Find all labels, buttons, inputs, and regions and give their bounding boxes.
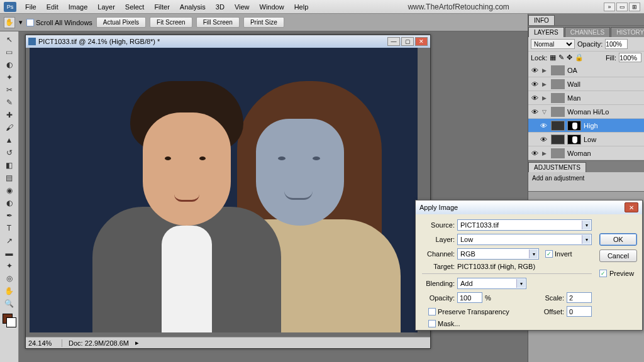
crop-tool-icon[interactable]: ✂ <box>2 84 17 96</box>
close-icon[interactable]: ✕ <box>415 37 428 46</box>
opacity-input[interactable] <box>605 39 628 49</box>
canvas[interactable] <box>30 48 418 332</box>
layer-name[interactable]: Woman Hi/Lo <box>567 108 609 116</box>
status-arrow-icon[interactable]: ▸ <box>135 339 139 347</box>
type-tool-icon[interactable]: T <box>2 222 17 234</box>
layer-name[interactable]: OA <box>567 67 577 74</box>
pen-tool-icon[interactable]: ✒ <box>2 209 17 221</box>
fill-label: Fill: <box>606 54 616 62</box>
source-select[interactable]: PICT1033.tif▾ <box>457 219 592 231</box>
minimize-icon[interactable]: — <box>387 37 400 46</box>
menu-edit[interactable]: Edit <box>42 3 64 11</box>
lock-all-icon[interactable]: 🔒 <box>575 53 584 62</box>
eraser-tool-icon[interactable]: ◧ <box>2 159 17 171</box>
print-size-button[interactable]: Print Size <box>243 17 284 28</box>
screenmode-icon[interactable]: ▭ <box>616 3 628 11</box>
adjustments-tab[interactable]: ADJUSTMENTS <box>528 162 586 172</box>
channels-tab[interactable]: CHANNELS <box>565 27 610 37</box>
fill-screen-button[interactable]: Fill Screen <box>196 17 240 28</box>
stamp-tool-icon[interactable]: ▲ <box>2 134 17 146</box>
document-titlebar[interactable]: PICT1033.tif @ 24.1% (High, RGB/8*) * — … <box>26 35 430 48</box>
hand-tool-icon[interactable]: ✋ <box>4 17 15 28</box>
actual-pixels-button[interactable]: Actual Pixels <box>96 17 146 28</box>
preserve-transparency-checkbox[interactable]: Preserve Transparency <box>428 308 509 315</box>
visibility-icon[interactable]: 👁 <box>530 94 540 102</box>
mask-thumb-icon[interactable] <box>567 121 581 131</box>
lock-transparent-icon[interactable]: ▦ <box>550 53 556 62</box>
lock-pixels-icon[interactable]: ✎ <box>558 53 564 62</box>
layer-thumb-icon[interactable] <box>551 121 565 131</box>
history-tab[interactable]: HISTORY <box>611 27 644 37</box>
visibility-icon[interactable]: 👁 <box>538 122 548 129</box>
maximize-icon[interactable]: ▢ <box>401 37 414 46</box>
visibility-icon[interactable]: 👁 <box>530 67 540 74</box>
lock-position-icon[interactable]: ✥ <box>567 53 572 62</box>
cancel-button[interactable]: Cancel <box>599 250 637 262</box>
blur-tool-icon[interactable]: ◉ <box>2 184 17 196</box>
visibility-icon[interactable]: 👁 <box>530 80 540 88</box>
hand-tool2-icon[interactable]: ✋ <box>2 285 17 297</box>
path-tool-icon[interactable]: ↗ <box>2 234 17 246</box>
zoom-value[interactable]: 24.14% <box>28 339 62 347</box>
color-swatch[interactable] <box>3 314 16 327</box>
marquee-tool-icon[interactable]: ▭ <box>2 46 17 58</box>
invert-checkbox[interactable]: ✓Invert <box>545 250 572 258</box>
visibility-icon[interactable]: 👁 <box>538 136 548 143</box>
blend-mode-select[interactable]: Normal <box>531 39 575 49</box>
menu-view[interactable]: View <box>230 3 255 11</box>
percent-label: % <box>485 294 491 302</box>
visibility-icon[interactable]: 👁 <box>530 108 540 116</box>
menu-analysis[interactable]: Analysis <box>175 3 211 11</box>
dialog-titlebar[interactable]: Apply Image ✕ <box>416 200 642 214</box>
menu-image[interactable]: Image <box>64 3 93 11</box>
menu-select[interactable]: Select <box>120 3 150 11</box>
menu-help[interactable]: Help <box>289 3 314 11</box>
mask-checkbox[interactable]: Mask... <box>428 320 460 327</box>
menu-filter[interactable]: Filter <box>149 3 174 11</box>
layer-name[interactable]: Woman <box>567 150 591 157</box>
layer-row-selected: 👁High <box>528 119 644 133</box>
mask-thumb-icon[interactable] <box>567 134 581 145</box>
info-tab[interactable]: INFO <box>528 15 555 25</box>
camera-tool-icon[interactable]: ◎ <box>2 272 17 284</box>
offset-input[interactable] <box>567 306 592 317</box>
layer-name[interactable]: High <box>584 122 598 129</box>
chevrons-icon[interactable]: » <box>604 3 615 11</box>
quick-select-tool-icon[interactable]: ✦ <box>2 71 17 83</box>
layer-thumb-icon[interactable] <box>551 134 565 145</box>
healing-tool-icon[interactable]: ✚ <box>2 109 17 121</box>
dialog-opacity-input[interactable] <box>457 292 482 303</box>
workspace-switch-icon[interactable]: ⊞ <box>629 3 640 11</box>
shape-tool-icon[interactable]: ▬ <box>2 247 17 259</box>
lasso-tool-icon[interactable]: ◐ <box>2 58 17 70</box>
blending-select[interactable]: Add▾ <box>457 278 526 289</box>
preview-checkbox[interactable]: ✓Preview <box>599 270 637 277</box>
blending-label: Blending: <box>422 280 455 287</box>
fit-screen-button[interactable]: Fit Screen <box>150 17 192 28</box>
dodge-tool-icon[interactable]: ◐ <box>2 197 17 209</box>
layer-name[interactable]: Man <box>567 94 580 102</box>
layer-select[interactable]: Low▾ <box>457 234 592 245</box>
3d-tool-icon[interactable]: ✦ <box>2 260 17 272</box>
scroll-all-windows-checkbox[interactable]: Scroll All Windows <box>26 19 92 26</box>
channel-select[interactable]: RGB▾ <box>457 248 539 260</box>
fill-input[interactable] <box>619 53 641 62</box>
history-brush-tool-icon[interactable]: ↺ <box>2 146 17 158</box>
layer-name[interactable]: Wall <box>567 80 580 88</box>
ok-button[interactable]: OK <box>599 233 637 246</box>
zoom-tool-icon[interactable]: 🔍 <box>2 297 17 309</box>
menu-layer[interactable]: Layer <box>92 3 120 11</box>
layer-name[interactable]: Low <box>584 136 596 143</box>
dropdown-arrow-icon[interactable]: ▾ <box>19 18 23 26</box>
layers-tab[interactable]: LAYERS <box>528 27 564 37</box>
visibility-icon[interactable]: 👁 <box>530 150 540 157</box>
menu-3d[interactable]: 3D <box>211 3 230 11</box>
move-tool-icon[interactable]: ↖ <box>2 33 17 45</box>
gradient-tool-icon[interactable]: ▤ <box>2 172 17 184</box>
dialog-close-icon[interactable]: ✕ <box>625 202 638 212</box>
menu-file[interactable]: File <box>20 3 42 11</box>
brush-tool-icon[interactable]: 🖌 <box>2 121 17 133</box>
eyedropper-tool-icon[interactable]: ✎ <box>2 96 17 108</box>
scale-input[interactable] <box>567 292 592 303</box>
menu-window[interactable]: Window <box>255 3 289 11</box>
